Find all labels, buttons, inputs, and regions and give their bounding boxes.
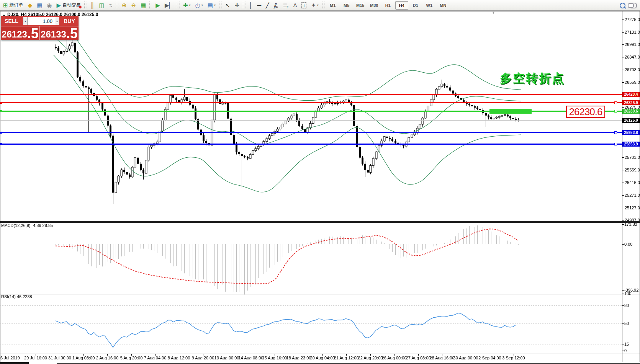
timeframe-d1-button[interactable]: D1 — [409, 1, 422, 10]
zoom-out-button[interactable]: ⊖ — [129, 1, 138, 10]
new-order-button-label: 新订单 — [10, 2, 23, 8]
line-chart-button[interactable]: ≈ — [107, 1, 114, 10]
channel-button[interactable]: ∥E — [272, 1, 280, 10]
time-axis-label: 5 Aug 20:00 — [120, 356, 143, 360]
templates-icon: ▤ — [208, 1, 213, 10]
toolbar: ⊞新订单◆▦◉▶自动交易║◫≈⊕⊖▦▶▶▏✚▾◷▾▤▾↖✛│─╱∥E≣FAT✦▾… — [0, 0, 640, 11]
time-axis-label: 1 Aug 08:00 — [72, 356, 95, 360]
tile-windows-button[interactable]: ▦ — [139, 1, 148, 10]
new-order-button[interactable]: ⊞新订单 — [1, 1, 25, 10]
shapes-button[interactable]: ✦▾ — [309, 1, 321, 10]
toolbar-separator — [149, 2, 152, 9]
line-left-handle[interactable] — [0, 110, 2, 112]
horizontal-line-button[interactable]: ─ — [255, 1, 263, 10]
indicators-button[interactable]: ✚▾ — [181, 1, 193, 10]
ohlc-bars-button[interactable]: ║ — [88, 1, 97, 10]
signal-button[interactable]: ◉ — [45, 1, 54, 10]
candlestick-button[interactable]: ◫ — [97, 1, 106, 10]
auto-scroll-button[interactable]: ▶ — [154, 1, 162, 10]
timeframe-mn-button[interactable]: MN — [437, 1, 450, 10]
time-axis-label: 14 Aug 08:00 — [239, 356, 264, 360]
highlight-rectangle-object[interactable] — [489, 109, 532, 114]
chevron-down-icon[interactable]: ▾ — [214, 3, 216, 7]
label-icon: T — [301, 2, 306, 8]
time-axis-label: 18 Aug 23:00 — [286, 356, 311, 360]
cursor-button[interactable]: ↖ — [223, 1, 232, 10]
crosshair-button[interactable]: ✛ — [232, 1, 241, 10]
chart-shift-marker-icon[interactable]: ▼ — [492, 11, 495, 15]
horizontal-line-object[interactable] — [0, 102, 622, 103]
trendline-button[interactable]: ╱ — [264, 1, 271, 10]
signal-icon: ◉ — [47, 1, 52, 10]
price-axis-tick: 25703.0 — [625, 155, 640, 160]
vertical-line-button[interactable]: │ — [247, 1, 254, 10]
chart-plot[interactable] — [0, 11, 640, 364]
rsi-axis-tick: 80 — [624, 303, 629, 308]
clock-icon: ◷ — [195, 1, 200, 10]
chat-icon[interactable] — [629, 3, 637, 8]
zoom-in-button[interactable]: ⊕ — [120, 1, 129, 10]
mt4-window: ⊞新订单◆▦◉▶自动交易║◫≈⊕⊖▦▶▶▏✚▾◷▾▤▾↖✛│─╱∥E≣FAT✦▾… — [0, 0, 640, 364]
autotrading-status-icon — [79, 5, 82, 9]
sell-price[interactable]: 26123.5 — [1, 26, 40, 40]
time-axis-label: 26 Aug 00:00 — [382, 356, 407, 360]
timeframe-m15-button[interactable]: M15 — [354, 1, 367, 10]
chevron-down-icon[interactable]: ▾ — [189, 3, 191, 7]
label-button[interactable]: T — [300, 1, 308, 10]
annotation-text-object[interactable]: 多空转折点 — [500, 70, 565, 87]
market-watch-button[interactable]: ◆ — [26, 1, 34, 10]
volume-increase-button[interactable]: ▲ — [55, 17, 59, 25]
line-right-handle[interactable] — [614, 143, 617, 145]
chart-shift-button[interactable]: ▶▏ — [163, 1, 175, 10]
hline-icon: ─ — [257, 1, 261, 10]
time-axis-label: 22 Aug 20:00 — [358, 356, 383, 360]
price-badge: 26125.0 — [622, 118, 640, 123]
autotrading-button[interactable]: ▶自动交易 — [54, 1, 83, 10]
toolbar-right — [620, 0, 637, 11]
horizontal-line-object[interactable] — [0, 144, 622, 145]
chevron-down-icon[interactable]: ▾ — [317, 3, 319, 7]
time-axis-label: 2 Aug 16:00 — [96, 356, 119, 360]
horizontal-line-object[interactable] — [0, 132, 622, 133]
line-left-handle[interactable] — [0, 132, 2, 134]
line-left-handle[interactable] — [0, 143, 2, 145]
rsi-label: RSI(14) 46.2288 — [1, 294, 32, 299]
price-axis-tick: 27131.0 — [625, 30, 640, 34]
time-axis-label: 9 Aug 20:00 — [192, 356, 214, 360]
horizontal-line-object[interactable] — [0, 94, 622, 95]
auto-scroll-icon: ▶ — [155, 1, 160, 10]
toolbar-separator — [219, 2, 222, 9]
time-axis-label: 31 Jul 00:00 — [48, 356, 71, 360]
time-axis-label: 3 Sep 12:00 — [502, 356, 525, 360]
timeframe-m5-button[interactable]: M5 — [340, 1, 353, 10]
sell-button[interactable]: SELL — [1, 16, 22, 26]
line-right-handle[interactable] — [614, 131, 617, 134]
line-right-handle[interactable] — [614, 110, 617, 113]
autotrading-button-label: 自动交易 — [62, 2, 81, 8]
buy-price[interactable]: 26133.5 — [40, 26, 79, 40]
volume-input[interactable] — [28, 17, 55, 25]
line-left-handle[interactable] — [0, 102, 2, 104]
time-axis-label: 21 Aug 12:00 — [334, 356, 359, 360]
volume-decrease-button[interactable]: ▼ — [23, 17, 28, 25]
price-callout-label[interactable]: 26230.6 — [566, 106, 605, 118]
chevron-down-icon[interactable]: ▾ — [201, 3, 203, 7]
search-icon[interactable] — [620, 3, 625, 8]
candlestick-icon: ◫ — [99, 1, 105, 10]
time-axis-label: 28 Aug 16:00 — [430, 356, 455, 360]
templates-button[interactable]: ▤▾ — [206, 1, 218, 10]
chart-window-button[interactable]: ▦ — [35, 1, 44, 10]
timeframe-m30-button[interactable]: M30 — [368, 1, 381, 10]
time-axis-label: 8 Aug 12:00 — [168, 356, 190, 360]
timeframe-h4-button[interactable]: H4 — [395, 1, 408, 10]
bottom-scrollbar[interactable] — [0, 362, 29, 364]
line-right-handle[interactable] — [614, 101, 617, 104]
buy-button[interactable]: BUY — [60, 16, 79, 26]
timeframe-w1-button[interactable]: W1 — [423, 1, 436, 10]
periods-button[interactable]: ◷▾ — [193, 1, 205, 10]
fibonacci-button[interactable]: ≣F — [281, 1, 290, 10]
macd-axis-tick: 171.82 — [624, 222, 637, 227]
timeframe-h1-button[interactable]: H1 — [381, 1, 394, 10]
text-button[interactable]: A — [291, 1, 299, 10]
timeframe-m1-button[interactable]: M1 — [326, 1, 339, 10]
